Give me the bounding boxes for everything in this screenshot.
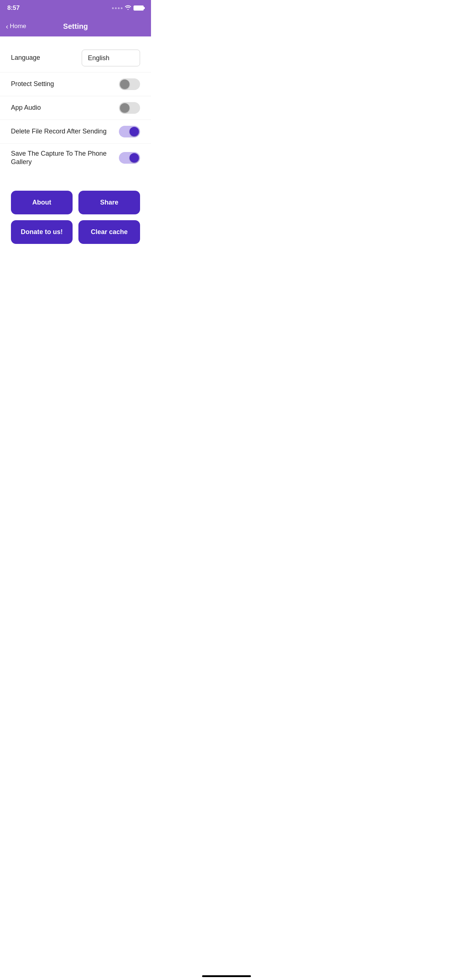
save-capture-row: Save The Capture To The Phone Gallery <box>11 144 140 172</box>
signal-icon <box>112 7 123 9</box>
status-bar: 8:57 <box>0 0 151 16</box>
chevron-left-icon: ‹ <box>6 22 8 30</box>
app-audio-row: App Audio <box>11 96 140 119</box>
language-row: Language English <box>11 44 140 72</box>
delete-file-record-toggle[interactable] <box>119 126 140 137</box>
button-row-2: Donate to us! Clear cache <box>11 220 140 244</box>
about-button[interactable]: About <box>11 191 73 215</box>
protect-setting-thumb <box>120 80 129 89</box>
settings-content: Language English Protect Setting App Aud… <box>0 37 151 180</box>
language-label: Language <box>11 54 82 62</box>
save-capture-track[interactable] <box>119 152 140 164</box>
donate-button[interactable]: Donate to us! <box>11 220 73 244</box>
back-label: Home <box>10 22 26 30</box>
button-row-1: About Share <box>11 191 140 215</box>
protect-setting-label: Protect Setting <box>11 80 119 88</box>
battery-icon <box>134 5 144 11</box>
wifi-icon <box>125 5 131 11</box>
page-title: Setting <box>63 22 88 30</box>
delete-file-record-track[interactable] <box>119 126 140 137</box>
protect-setting-track[interactable] <box>119 78 140 90</box>
status-time: 8:57 <box>7 5 20 12</box>
buttons-section: About Share Donate to us! Clear cache <box>0 180 151 257</box>
delete-file-record-label: Delete File Record After Sending <box>11 127 119 135</box>
delete-file-record-row: Delete File Record After Sending <box>11 120 140 143</box>
clear-cache-button[interactable]: Clear cache <box>78 220 140 244</box>
save-capture-thumb <box>129 153 139 162</box>
language-select[interactable]: English <box>82 49 140 66</box>
back-button[interactable]: ‹ Home <box>6 22 26 30</box>
nav-bar: ‹ Home Setting <box>0 16 151 37</box>
save-capture-label: Save The Capture To The Phone Gallery <box>11 150 119 167</box>
status-icons <box>112 5 144 11</box>
app-audio-toggle[interactable] <box>119 102 140 114</box>
app-audio-label: App Audio <box>11 103 119 112</box>
app-audio-track[interactable] <box>119 102 140 114</box>
delete-file-record-thumb <box>129 127 139 136</box>
protect-setting-row: Protect Setting <box>11 73 140 96</box>
save-capture-toggle[interactable] <box>119 152 140 164</box>
share-button[interactable]: Share <box>78 191 140 215</box>
protect-setting-toggle[interactable] <box>119 78 140 90</box>
app-audio-thumb <box>120 103 129 113</box>
